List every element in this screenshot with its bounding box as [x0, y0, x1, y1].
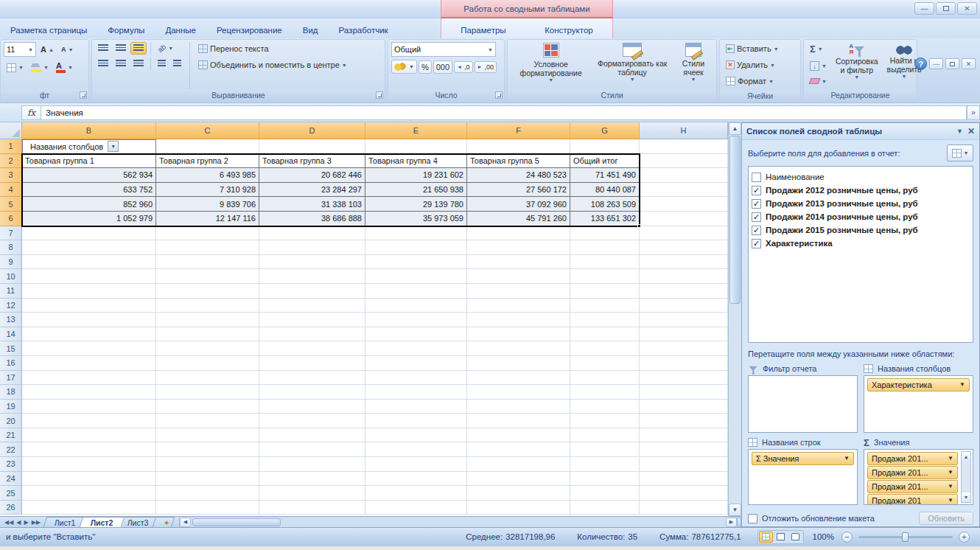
grid-cell-E20[interactable] — [365, 414, 467, 428]
grid-cell-B12[interactable] — [22, 299, 156, 313]
grow-font-button[interactable]: А▲ — [38, 43, 57, 56]
grid-cell-B5[interactable]: 852 960 — [22, 197, 156, 212]
values-area-box[interactable]: Продажи 201...▼Продажи 201...▼Продажи 20… — [864, 449, 973, 505]
grid-cell-B3[interactable]: 562 934 — [22, 168, 156, 183]
row-header-5[interactable]: 5 — [0, 197, 22, 212]
grid-cell-D14[interactable] — [259, 327, 365, 342]
row-header-24[interactable]: 24 — [0, 472, 22, 487]
grid-cell-D4[interactable]: 23 284 297 — [259, 183, 365, 198]
grid-cell-D25[interactable] — [259, 486, 365, 501]
format-as-table-button[interactable]: Форматировать как таблицу▼ — [591, 41, 673, 83]
grid-cell-G14[interactable] — [570, 327, 640, 342]
grid-cell-B18[interactable] — [22, 385, 156, 400]
grid-cell-B15[interactable] — [22, 341, 156, 356]
grid-cell-H8[interactable] — [640, 240, 728, 255]
field-checkbox[interactable] — [752, 173, 761, 182]
tab-page-layout[interactable]: Разметка страницы — [0, 23, 97, 38]
vertical-scrollbar[interactable]: ▲ ▼ — [728, 122, 741, 516]
row-header-19[interactable]: 19 — [0, 400, 22, 414]
grid-cell-G9[interactable] — [570, 255, 640, 270]
grid-cell-H13[interactable] — [640, 313, 728, 327]
grid-cell-C8[interactable] — [156, 240, 259, 255]
grid-cell-D15[interactable] — [259, 341, 365, 356]
field-item[interactable]: ✓Продажи 2012 розничные цены, руб — [752, 184, 970, 197]
zoom-in-button[interactable]: + — [959, 532, 970, 543]
grid-cell-B25[interactable] — [22, 486, 156, 501]
grid-cell-H5[interactable] — [640, 197, 728, 212]
column-header-D[interactable]: D — [259, 122, 365, 139]
grid-cell-G19[interactable] — [570, 400, 640, 414]
field-item[interactable]: ✓Продажи 2015 розничные цены, руб — [752, 223, 970, 237]
grid-cell-E2[interactable]: Товарная группа 4 — [365, 154, 467, 169]
grid-cell-D1[interactable] — [259, 139, 365, 154]
grid-cell-G23[interactable] — [570, 457, 640, 472]
values-scroll-down-icon[interactable]: ▼ — [962, 492, 970, 502]
row-header-22[interactable]: 22 — [0, 442, 22, 457]
grid-cell-G10[interactable] — [570, 269, 640, 284]
align-middle-button[interactable] — [113, 42, 129, 55]
field-checkbox[interactable]: ✓ — [752, 212, 761, 222]
row-header-1[interactable]: 1 — [0, 139, 22, 154]
scroll-left-button[interactable]: ◀ — [180, 518, 191, 527]
grid-cell-H11[interactable] — [640, 284, 728, 299]
grid-cell-C10[interactable] — [156, 269, 259, 284]
sort-filter-button[interactable]: АЯ Сортировка и фильтр▼ — [833, 42, 881, 89]
row-header-6[interactable]: 6 — [0, 212, 22, 226]
grid-cell-B26[interactable] — [22, 501, 156, 515]
insert-cells-button[interactable]: ⇤Вставить▼ — [723, 42, 782, 55]
grid-cell-F11[interactable] — [467, 284, 570, 299]
grid-cell-C22[interactable] — [156, 442, 259, 457]
row-header-16[interactable]: 16 — [0, 356, 22, 371]
grid-cell-F7[interactable] — [467, 226, 570, 241]
field-item[interactable]: ✓Продажи 2014 розничные цены, руб — [752, 210, 970, 223]
grid-cell-C4[interactable]: 7 310 928 — [156, 183, 259, 198]
fx-icon[interactable]: fx — [21, 105, 41, 120]
row-header-4[interactable]: 4 — [0, 183, 22, 198]
fill-color-button[interactable]: ▼ — [28, 61, 52, 74]
row-header-11[interactable]: 11 — [0, 284, 22, 299]
align-top-button[interactable] — [95, 42, 111, 55]
formula-bar-expand-button[interactable]: » — [967, 105, 980, 120]
grid-cell-D22[interactable] — [259, 442, 365, 457]
grid-cell-D17[interactable] — [259, 371, 365, 386]
cell-styles-button[interactable]: Стили ячеек▼ — [673, 41, 713, 83]
grid-cell-H24[interactable] — [640, 472, 728, 487]
sheet-tab-list2[interactable]: Лист2 — [79, 517, 124, 527]
workbook-restore-button[interactable] — [945, 58, 959, 69]
grid-cell-C3[interactable]: 6 493 985 — [156, 168, 259, 183]
grid-cell-F14[interactable] — [467, 327, 570, 342]
grid-cell-G20[interactable] — [570, 414, 640, 428]
grid-cell-F12[interactable] — [467, 299, 570, 313]
grid-cell-G2[interactable]: Общий итог — [570, 154, 640, 169]
grid-cell-D26[interactable] — [259, 501, 365, 515]
increase-decimal-button[interactable]: ◄,0 — [454, 61, 472, 73]
row-header-17[interactable]: 17 — [0, 371, 22, 386]
grid-cell-E21[interactable] — [365, 428, 467, 443]
grid-cell-C21[interactable] — [156, 428, 259, 443]
grid-cell-F21[interactable] — [467, 428, 570, 443]
grid-cell-D8[interactable] — [259, 240, 365, 255]
grid-cell-F18[interactable] — [467, 385, 570, 400]
row-header-8[interactable]: 8 — [0, 240, 22, 255]
grid-cell-D20[interactable] — [259, 414, 365, 428]
minimize-button[interactable]: — — [914, 2, 934, 15]
grid-cell-C12[interactable] — [156, 299, 259, 313]
grid-cell-G1[interactable] — [570, 139, 640, 154]
scrollbar-split-handle[interactable] — [737, 518, 741, 527]
grid-cell-G26[interactable] — [570, 501, 640, 515]
row-header-14[interactable]: 14 — [0, 327, 22, 342]
tab-options[interactable]: Параметры — [450, 23, 516, 38]
row-header-15[interactable]: 15 — [0, 341, 22, 356]
grid-cell-D24[interactable] — [259, 472, 365, 487]
grid-cell-H19[interactable] — [640, 400, 728, 414]
page-break-view-button[interactable] — [788, 532, 802, 543]
grid-cell-D7[interactable] — [259, 226, 365, 241]
column-header-E[interactable]: E — [365, 122, 467, 139]
grid-cell-B9[interactable] — [22, 255, 156, 270]
align-left-button[interactable] — [95, 58, 111, 70]
grid-cell-C24[interactable] — [156, 472, 259, 487]
borders-button[interactable]: ▼ — [4, 61, 27, 74]
grid-cell-B11[interactable] — [22, 284, 156, 299]
pivot-field-pill[interactable]: Продажи 201...▼ — [867, 480, 958, 493]
field-checkbox[interactable]: ✓ — [752, 199, 761, 209]
